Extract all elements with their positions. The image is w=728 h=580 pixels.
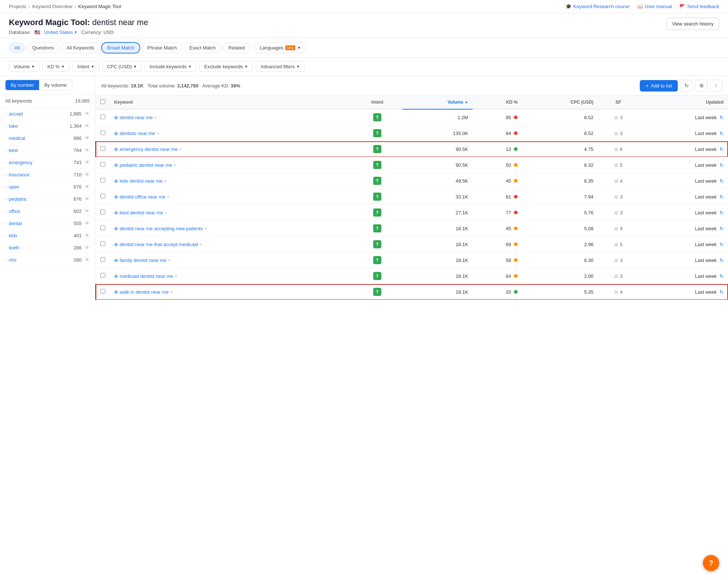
tab-all-keywords[interactable]: All Keywords	[61, 42, 100, 53]
eye-icon[interactable]: 👁	[85, 220, 90, 226]
database-value[interactable]: United States ▼	[44, 30, 78, 35]
sidebar-item[interactable]: › open 676 👁	[0, 181, 95, 193]
sf-icon[interactable]: ⊞	[614, 226, 618, 231]
refresh-icon[interactable]: ↻	[720, 162, 724, 168]
sf-icon[interactable]: ⊞	[614, 258, 618, 263]
view-history-button[interactable]: View search history	[667, 18, 719, 30]
refresh-icon[interactable]: ↻	[720, 289, 724, 295]
sf-icon[interactable]: ⊞	[614, 179, 618, 184]
refresh-icon[interactable]: ↻	[720, 178, 724, 184]
refresh-icon[interactable]: ↻	[720, 131, 724, 136]
eye-icon[interactable]: 👁	[85, 123, 90, 129]
keyword-link[interactable]: ⊕ dentist near me accepting new patients…	[114, 226, 348, 231]
by-number-button[interactable]: By number	[6, 80, 39, 90]
intent-filter[interactable]: Intent ▼	[72, 61, 99, 72]
row-checkbox[interactable]	[100, 178, 105, 183]
sidebar-item[interactable]: › accept 1,885 👁	[0, 108, 95, 120]
advanced-filters-filter[interactable]: Advanced filters ▼	[256, 61, 305, 72]
settings-button[interactable]: ⚙	[696, 80, 707, 92]
sidebar-item[interactable]: › insurance 710 👁	[0, 169, 95, 181]
eye-icon[interactable]: 👁	[85, 135, 90, 141]
sf-icon[interactable]: ⊞	[614, 115, 618, 120]
row-checkbox[interactable]	[100, 162, 105, 167]
select-all-checkbox[interactable]	[100, 99, 105, 104]
refresh-icon[interactable]: ↻	[720, 273, 724, 279]
sidebar-item[interactable]: › office 602 👁	[0, 205, 95, 217]
sf-icon[interactable]: ⊞	[614, 274, 618, 279]
row-checkbox[interactable]	[100, 146, 105, 151]
keyword-link[interactable]: ⊕ kids dentist near me »	[114, 178, 348, 184]
keyword-link[interactable]: ⊕ emergency dentist near me »	[114, 146, 348, 152]
sidebar-item[interactable]: › dental 555 👁	[0, 217, 95, 229]
breadcrumb-projects[interactable]: Projects	[9, 4, 26, 9]
row-checkbox[interactable]	[100, 194, 105, 198]
keyword-research-course-link[interactable]: 🎓 Keyword Research course	[566, 4, 629, 9]
export-button[interactable]: ↑	[710, 80, 722, 92]
volume-filter[interactable]: Volume ▼	[9, 61, 40, 72]
sidebar-item[interactable]: › teeth 286 👁	[0, 242, 95, 254]
keyword-link[interactable]: ⊕ family dentist near me »	[114, 258, 348, 263]
eye-icon[interactable]: 👁	[85, 196, 90, 202]
volume-column-header[interactable]: Volume ▼	[402, 96, 473, 109]
refresh-button[interactable]: ↻	[681, 80, 693, 92]
refresh-icon[interactable]: ↻	[720, 242, 724, 247]
sf-icon[interactable]: ⊞	[614, 163, 618, 168]
refresh-icon[interactable]: ↻	[720, 146, 724, 152]
languages-button[interactable]: Languages beta ▼	[254, 42, 306, 53]
keyword-link[interactable]: ⊕ best dentist near me »	[114, 210, 348, 215]
sf-icon[interactable]: ⊞	[614, 290, 618, 295]
eye-icon[interactable]: 👁	[85, 172, 90, 177]
include-keywords-filter[interactable]: Include keywords ▼	[145, 61, 196, 72]
send-feedback-link[interactable]: 🚩 Send feedback	[679, 4, 719, 9]
keyword-link[interactable]: ⊕ dentist office near me »	[114, 194, 348, 200]
row-checkbox[interactable]	[100, 241, 105, 246]
keyword-link[interactable]: ⊕ medicaid dentist near me »	[114, 273, 348, 279]
row-checkbox[interactable]	[100, 289, 105, 294]
sidebar-item[interactable]: › emergency 743 👁	[0, 156, 95, 169]
tab-all[interactable]: All	[9, 42, 25, 53]
sidebar-item[interactable]: › kids 401 👁	[0, 229, 95, 242]
by-volume-button[interactable]: By volume	[39, 80, 72, 90]
row-checkbox[interactable]	[100, 273, 105, 278]
sf-icon[interactable]: ⊞	[614, 210, 618, 215]
refresh-icon[interactable]: ↻	[720, 210, 724, 215]
refresh-icon[interactable]: ↻	[720, 226, 724, 231]
sidebar-item[interactable]: › pediatric 676 👁	[0, 193, 95, 205]
tab-questions[interactable]: Questions	[27, 42, 59, 53]
tab-related[interactable]: Related	[223, 42, 251, 53]
row-checkbox[interactable]	[100, 257, 105, 262]
sidebar-item[interactable]: › nhs 280 👁	[0, 254, 95, 266]
add-to-list-button[interactable]: + Add to list	[640, 80, 678, 92]
tab-phrase-match[interactable]: Phrase Match	[142, 42, 182, 53]
exclude-keywords-filter[interactable]: Exclude keywords ▼	[199, 61, 253, 72]
keyword-link[interactable]: ⊕ walk in dentist near me »	[114, 289, 348, 295]
eye-icon[interactable]: 👁	[85, 111, 90, 117]
sf-icon[interactable]: ⊞	[614, 242, 618, 247]
cpc-filter[interactable]: CPC (USD) ▼	[102, 61, 142, 72]
keyword-link[interactable]: ⊕ dentist near me that accept medicaid »	[114, 242, 348, 247]
refresh-icon[interactable]: ↻	[720, 194, 724, 200]
row-checkbox[interactable]	[100, 225, 105, 230]
refresh-icon[interactable]: ↻	[720, 258, 724, 263]
sidebar-item[interactable]: › best 764 👁	[0, 144, 95, 156]
keyword-link[interactable]: ⊕ dentist near me »	[114, 115, 348, 120]
sf-icon[interactable]: ⊞	[614, 131, 618, 136]
keyword-link[interactable]: ⊕ dentists near me »	[114, 131, 348, 136]
user-manual-link[interactable]: 📖 User manual	[637, 4, 672, 9]
eye-icon[interactable]: 👁	[85, 184, 90, 190]
sf-icon[interactable]: ⊞	[614, 147, 618, 152]
row-checkbox[interactable]	[100, 210, 105, 214]
sf-icon[interactable]: ⊞	[614, 194, 618, 200]
kd-filter[interactable]: KD % ▼	[42, 61, 69, 72]
eye-icon[interactable]: 👁	[85, 208, 90, 214]
row-checkbox[interactable]	[100, 114, 105, 119]
eye-icon[interactable]: 👁	[85, 257, 90, 263]
refresh-icon[interactable]: ↻	[720, 115, 724, 120]
sidebar-item[interactable]: › take 1,364 👁	[0, 120, 95, 132]
eye-icon[interactable]: 👁	[85, 245, 90, 251]
tab-broad-match[interactable]: Broad Match	[101, 42, 140, 53]
breadcrumb-keyword-overview[interactable]: Keyword Overview	[32, 4, 72, 9]
tab-exact-match[interactable]: Exact Match	[184, 42, 222, 53]
eye-icon[interactable]: 👁	[85, 159, 90, 165]
row-checkbox[interactable]	[100, 130, 105, 135]
